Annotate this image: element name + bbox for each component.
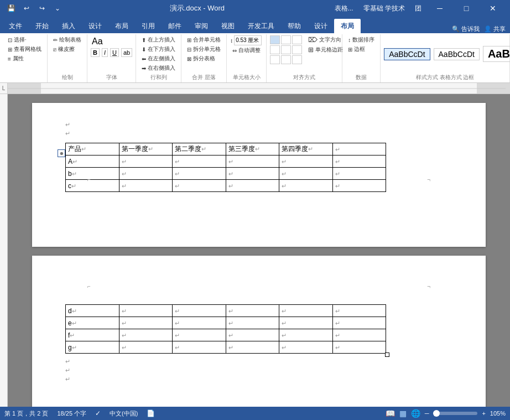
header-col-6[interactable]: ↵ [332, 143, 386, 155]
align-middle-right[interactable] [292, 45, 302, 54]
cell-a-2[interactable]: ↵ [119, 155, 173, 168]
cell-c-5[interactable]: ↵ [279, 180, 333, 192]
eraser-btn[interactable]: ⎚ 橡皮擦 [51, 45, 84, 54]
select-btn[interactable]: ⊡ 选择· [6, 35, 44, 44]
style-aabbcc2[interactable]: AaBbCcDt [434, 48, 480, 60]
cell-f-3[interactable]: ↵ [173, 329, 226, 341]
menu-file[interactable]: 文件 [2, 19, 29, 33]
save-button[interactable]: 💾 [4, 2, 18, 15]
customize-qat[interactable]: ⌄ [51, 2, 64, 15]
external-tab2[interactable]: 零基础 学技术 [359, 4, 409, 13]
zoom-slider[interactable] [433, 412, 477, 415]
align-middle-center[interactable] [281, 45, 291, 54]
menu-review[interactable]: 审阅 [188, 19, 215, 33]
cell-f-6[interactable]: ↵ [332, 329, 386, 341]
menu-developer[interactable]: 开发工具 [241, 19, 281, 33]
cell-g-6[interactable]: ↵ [332, 341, 386, 354]
cell-b-6[interactable]: ↵ [332, 168, 386, 180]
header-col-3[interactable]: 第二季度↵ [173, 143, 226, 155]
minimize-button[interactable]: ─ [427, 0, 452, 17]
cell-c-3[interactable]: ↵ [173, 180, 226, 192]
menu-insert[interactable]: 插入 [55, 19, 82, 33]
align-bottom-center[interactable] [281, 55, 291, 64]
header-col-4[interactable]: 第三季度↵ [226, 143, 279, 155]
cell-e-6[interactable]: ↵ [332, 317, 386, 329]
align-top-left[interactable] [270, 35, 280, 44]
cell-a-6[interactable]: ↵ [332, 155, 386, 168]
cell-e-3[interactable]: ↵ [173, 317, 226, 329]
cell-c-4[interactable]: ↵ [226, 180, 279, 192]
table-resize-handle[interactable] [385, 352, 389, 357]
view-grid-btn[interactable]: ⊞ 查看网格线 [6, 45, 44, 54]
cell-b-5[interactable]: ↵ [279, 168, 333, 180]
cell-f-4[interactable]: ↵ [226, 329, 279, 341]
cell-d-6[interactable]: ↵ [332, 305, 386, 317]
cell-d-1[interactable]: d↵ [66, 305, 119, 317]
cell-c-6[interactable]: ↵ [332, 180, 386, 192]
cell-g-1[interactable]: g↵ [66, 341, 119, 354]
align-middle-left[interactable] [270, 45, 280, 54]
external-tab3[interactable]: 团 [410, 4, 426, 13]
strikethrough-btn[interactable]: ab [121, 48, 132, 57]
cell-e-5[interactable]: ↵ [279, 317, 333, 329]
align-bottom-left[interactable] [270, 55, 280, 64]
menu-home[interactable]: 开始 [29, 19, 55, 33]
insert-below-btn[interactable]: ⬇ 在下方插入 [139, 45, 178, 54]
table-move-handle[interactable]: ⊕ [58, 149, 65, 157]
cell-a-4[interactable]: ↵ [226, 155, 279, 168]
split-table-btn[interactable]: ⊠ 拆分表格 [185, 54, 223, 63]
cell-e-2[interactable]: ↵ [119, 317, 173, 329]
cell-g-3[interactable]: ↵ [173, 341, 226, 354]
cell-b-1[interactable]: b↵ [66, 168, 119, 180]
menu-table-layout[interactable]: 布局 [334, 19, 361, 33]
align-bottom-right[interactable] [292, 55, 302, 64]
menu-layout[interactable]: 布局 [108, 19, 135, 33]
underline-btn[interactable]: U [110, 48, 119, 57]
cell-g-2[interactable]: ↵ [119, 341, 173, 354]
header-col-5[interactable]: 第四季度↵ [279, 143, 333, 155]
menu-design[interactable]: 设计 [82, 19, 108, 33]
merge-cells-btn[interactable]: ⊞ 合并单元格 [185, 35, 223, 44]
cell-c-1[interactable]: c↵ [66, 180, 119, 192]
cell-b-3[interactable]: ↵ [173, 168, 226, 180]
align-top-center[interactable] [281, 35, 291, 44]
cell-b-4[interactable]: ↵ [226, 168, 279, 180]
menu-view[interactable]: 视图 [215, 19, 241, 33]
scroll-area[interactable]: ↵ ↵ ⊕ 产品↵ 第一季度↵ 第二季度↵ 第三季度↵ 第四季度↵ ↵ [8, 94, 510, 407]
cell-d-4[interactable]: ↵ [226, 305, 279, 317]
close-button[interactable]: ✕ [480, 0, 506, 17]
italic-btn[interactable]: I [102, 48, 108, 57]
cell-height-input[interactable] [234, 35, 262, 45]
cell-g-4[interactable]: ↵ [226, 341, 279, 354]
cell-e-4[interactable]: ↵ [226, 317, 279, 329]
cell-g-5[interactable]: ↵ [279, 341, 333, 354]
style-aabi[interactable]: AaBl [483, 46, 510, 62]
cell-f-1[interactable]: f↵ [66, 329, 119, 341]
maximize-button[interactable]: □ [454, 0, 479, 17]
draw-table-btn[interactable]: ✏ 绘制表格 [51, 35, 84, 44]
header-col-1[interactable]: 产品↵ [66, 143, 119, 155]
cell-c-2[interactable]: ↵ [119, 180, 173, 192]
zoom-plus[interactable]: + [482, 410, 485, 417]
split-cells-btn[interactable]: ⊟ 拆分单元格 [185, 45, 223, 54]
cell-a-1[interactable]: A↵ [66, 155, 119, 168]
auto-fit-btn[interactable]: ⇔ 自动调整 [230, 46, 263, 55]
menu-mailings[interactable]: 邮件 [162, 19, 188, 33]
cell-a-3[interactable]: ↵ [173, 155, 226, 168]
cell-d-2[interactable]: ↵ [119, 305, 173, 317]
external-tab1[interactable]: 表格... [330, 4, 358, 13]
insert-right-btn[interactable]: ➡ 在右侧插入 [139, 64, 178, 72]
menu-references[interactable]: 引用 [135, 19, 162, 33]
text-direction-btn[interactable]: ⌦ 文字方向 [306, 35, 345, 44]
cell-f-2[interactable]: ↵ [119, 329, 173, 341]
undo-button[interactable]: ↩ [20, 2, 33, 15]
insert-above-btn[interactable]: ⬆ 在上方插入 [139, 35, 178, 44]
align-top-right[interactable] [292, 35, 302, 44]
cell-d-5[interactable]: ↵ [279, 305, 333, 317]
cell-d-3[interactable]: ↵ [173, 305, 226, 317]
cell-b-2[interactable]: ↵ [119, 168, 173, 180]
share-button[interactable]: 👤 共享 [484, 25, 506, 33]
menu-help[interactable]: 帮助 [281, 19, 308, 33]
border-btn[interactable]: ⊞ 边框 [346, 45, 377, 54]
help-search[interactable]: 🔍 告诉我 [452, 25, 480, 33]
